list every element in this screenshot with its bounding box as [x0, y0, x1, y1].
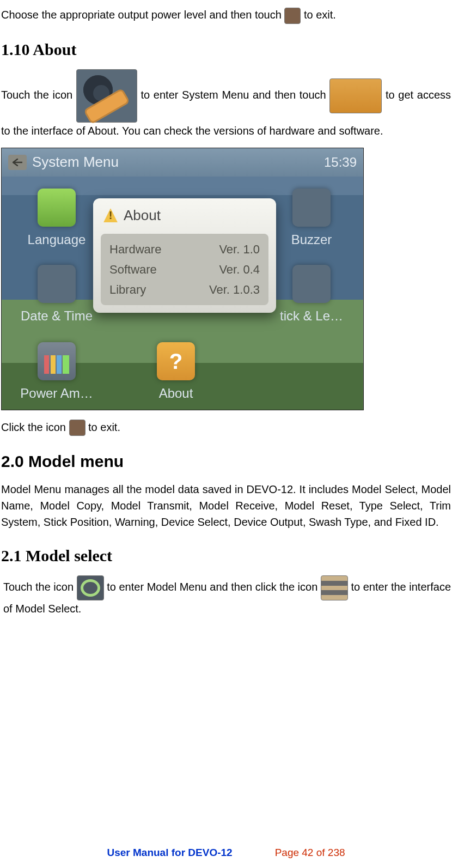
dialog-label-hardware: Hardware	[109, 240, 161, 258]
menu-label-about: About	[124, 384, 228, 403]
about-paragraph: Touch the icon to enter System Menu and …	[1, 69, 451, 139]
heading-model-select: 2.1 Model select	[1, 543, 451, 568]
dialog-row-hardware: Hardware Ver. 1.0	[108, 239, 261, 259]
exit-icon	[69, 420, 85, 436]
exit-text-a: Click the icon	[1, 421, 69, 433]
model-menu-icon	[77, 575, 104, 600]
model-select-icon	[321, 575, 348, 600]
menu-label-datetime: Date & Time	[5, 306, 108, 326]
exit-text-b: to exit.	[88, 421, 120, 433]
titlebar-title: System Menu	[32, 151, 119, 173]
dialog-body: Hardware Ver. 1.0 Software Ver. 0.4 Libr…	[101, 234, 268, 305]
dialog-value-hardware: Ver. 1.0	[219, 240, 260, 258]
heading-about: 1.10 About	[1, 37, 451, 62]
about-dialog: ! About Hardware Ver. 1.0 Software Ver. …	[93, 198, 276, 313]
dialog-row-library: Library Ver. 1.0.3	[108, 280, 261, 300]
intro-text-a: Choose the appropriate output power leve…	[1, 9, 284, 21]
dialog-row-software: Software Ver. 0.4	[108, 259, 261, 280]
model-select-text-b: to enter Model Menu and then click the i…	[107, 581, 321, 593]
datetime-icon	[38, 265, 76, 303]
buzzer-icon	[292, 189, 331, 227]
model-select-paragraph: Touch the icon to enter Model Menu and t…	[1, 575, 451, 617]
system-menu-icon	[76, 69, 137, 123]
intro-text-b: to exit.	[304, 9, 336, 21]
dialog-label-software: Software	[109, 260, 157, 278]
menu-item-about[interactable]: About	[124, 342, 228, 403]
dialog-title-row: ! About	[93, 204, 276, 228]
dialog-title: About	[124, 205, 161, 226]
titlebar-clock: 15:39	[324, 153, 357, 172]
model-menu-paragraph: Model Menu manages all the model data sa…	[1, 481, 451, 530]
language-icon	[38, 189, 76, 227]
about-screenshot: System Menu 15:39 Language Buzzer Date &…	[1, 148, 364, 410]
intro-paragraph: Choose the appropriate output power leve…	[1, 7, 451, 24]
menu-label-power: Power Am…	[5, 384, 108, 403]
menu-item-power[interactable]: Power Am…	[5, 342, 108, 403]
exit-icon	[284, 8, 301, 24]
stick-icon	[292, 265, 331, 303]
back-icon[interactable]	[8, 155, 27, 170]
about-text-b: to enter System Menu and then touch	[141, 89, 330, 101]
power-icon	[38, 342, 76, 380]
heading-model-menu: 2.0 Model menu	[1, 449, 451, 474]
dialog-value-software: Ver. 0.4	[219, 260, 260, 278]
version-icon	[329, 78, 382, 113]
dialog-label-library: Library	[109, 281, 146, 299]
dialog-value-library: Ver. 1.0.3	[209, 281, 260, 299]
exit-paragraph: Click the icon to exit.	[1, 419, 451, 436]
warning-icon: !	[103, 208, 118, 223]
model-select-text-a: Touch the icon	[3, 581, 77, 593]
about-text-a: Touch the icon	[1, 89, 76, 101]
titlebar: System Menu 15:39	[2, 148, 363, 177]
about-icon	[157, 342, 195, 380]
